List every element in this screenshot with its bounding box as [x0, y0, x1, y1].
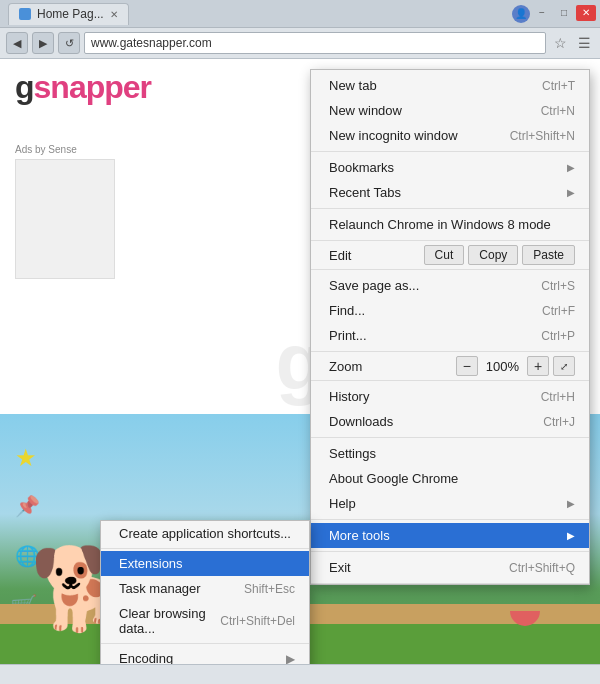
zoom-value: 100%: [478, 359, 527, 374]
menu-section-new: New tab Ctrl+T New window Ctrl+N New inc…: [311, 70, 589, 152]
profile-icon[interactable]: 👤: [512, 5, 530, 23]
menu-item-find-label: Find...: [329, 303, 522, 318]
menu-item-find-shortcut: Ctrl+F: [542, 304, 575, 318]
submenu-item-encoding-label: Encoding: [119, 651, 286, 664]
address-field[interactable]: www.gatesnapper.com: [84, 32, 546, 54]
menu-item-bookmarks-label: Bookmarks: [329, 160, 563, 175]
menu-item-incognito-shortcut: Ctrl+Shift+N: [510, 129, 575, 143]
menu-item-find[interactable]: Find... Ctrl+F: [311, 298, 589, 323]
title-bar: Home Pag... ✕ 👤 − □ ✕: [0, 0, 600, 28]
submenu-separator-2: [101, 643, 309, 644]
zoom-label: Zoom: [329, 359, 456, 374]
menu-section-relaunch: Relaunch Chrome in Windows 8 mode: [311, 209, 589, 241]
submenu-item-encoding[interactable]: Encoding ▶: [101, 646, 309, 664]
menu-item-new-tab-shortcut: Ctrl+T: [542, 79, 575, 93]
more-tools-submenu[interactable]: Create application shortcuts... Extensio…: [100, 520, 310, 664]
zoom-row: Zoom − 100% + ⤢: [311, 352, 589, 381]
refresh-button[interactable]: ↺: [58, 32, 80, 54]
status-bar: [0, 664, 600, 684]
menu-item-exit-label: Exit: [329, 560, 489, 575]
menu-item-help-arrow: ▶: [567, 498, 575, 509]
logo-prefix: g: [15, 69, 34, 105]
submenu-item-task-manager-label: Task manager: [119, 581, 244, 596]
submenu-item-task-manager[interactable]: Task manager Shift+Esc: [101, 576, 309, 601]
cut-button[interactable]: Cut: [424, 245, 465, 265]
submenu-item-clear-browsing-shortcut: Ctrl+Shift+Del: [220, 614, 295, 628]
menu-item-recent-tabs-arrow: ▶: [567, 187, 575, 198]
menu-item-print-shortcut: Ctrl+P: [541, 329, 575, 343]
menu-item-downloads[interactable]: Downloads Ctrl+J: [311, 409, 589, 434]
menu-item-exit-shortcut: Ctrl+Shift+Q: [509, 561, 575, 575]
submenu-item-extensions-label: Extensions: [119, 556, 295, 571]
menu-item-relaunch[interactable]: Relaunch Chrome in Windows 8 mode: [311, 212, 589, 237]
zoom-plus-button[interactable]: +: [527, 356, 549, 376]
menu-item-recent-tabs[interactable]: Recent Tabs ▶: [311, 180, 589, 205]
menu-item-new-window-shortcut: Ctrl+N: [541, 104, 575, 118]
menu-item-help[interactable]: Help ▶: [311, 491, 589, 516]
ad-banner: [15, 159, 115, 279]
address-text: www.gatesnapper.com: [91, 36, 212, 50]
minimize-button[interactable]: −: [532, 5, 552, 21]
menu-item-save-page-shortcut: Ctrl+S: [541, 279, 575, 293]
menu-item-print[interactable]: Print... Ctrl+P: [311, 323, 589, 348]
webpage-background: gsnapper Ads by Sense ★ 📌 🌐 🛒 🐕 g: [0, 59, 600, 664]
submenu-item-clear-browsing[interactable]: Clear browsing data... Ctrl+Shift+Del: [101, 601, 309, 641]
menu-item-bookmarks-arrow: ▶: [567, 162, 575, 173]
title-bar-controls: 👤 − □ ✕: [512, 5, 596, 23]
menu-item-new-tab-label: New tab: [329, 78, 522, 93]
thumbtack-decoration: 📌: [15, 494, 40, 518]
menu-item-history[interactable]: History Ctrl+H: [311, 384, 589, 409]
menu-section-history: History Ctrl+H Downloads Ctrl+J: [311, 381, 589, 438]
tab-close-button[interactable]: ✕: [110, 9, 118, 20]
menu-item-downloads-label: Downloads: [329, 414, 523, 429]
tab-bar: Home Pag... ✕: [4, 3, 133, 25]
menu-item-relaunch-label: Relaunch Chrome in Windows 8 mode: [329, 217, 575, 232]
submenu-item-extensions[interactable]: Extensions: [101, 551, 309, 576]
menu-item-exit[interactable]: Exit Ctrl+Shift+Q: [311, 555, 589, 580]
copy-button[interactable]: Copy: [468, 245, 518, 265]
submenu-separator: [101, 548, 309, 549]
address-bar-row: ◀ ▶ ↺ www.gatesnapper.com ☆ ☰: [0, 28, 600, 59]
chrome-menu-icon[interactable]: ☰: [574, 33, 594, 53]
menu-item-save-page[interactable]: Save page as... Ctrl+S: [311, 273, 589, 298]
menu-item-incognito-label: New incognito window: [329, 128, 490, 143]
menu-item-more-tools-label: More tools: [329, 528, 563, 543]
menu-item-more-tools-arrow: ▶: [567, 530, 575, 541]
maximize-button[interactable]: □: [554, 5, 574, 21]
menu-item-settings-label: Settings: [329, 446, 575, 461]
menu-item-downloads-shortcut: Ctrl+J: [543, 415, 575, 429]
menu-item-save-page-label: Save page as...: [329, 278, 521, 293]
menu-section-more-tools: More tools ▶ Create application shortcut…: [311, 520, 589, 552]
tab-favicon: [19, 8, 31, 20]
star-decoration: ★: [15, 444, 37, 472]
menu-item-bookmarks[interactable]: Bookmarks ▶: [311, 155, 589, 180]
menu-section-settings: Settings About Google Chrome Help ▶: [311, 438, 589, 520]
bookmark-star-icon[interactable]: ☆: [550, 33, 570, 53]
menu-item-history-label: History: [329, 389, 521, 404]
close-button[interactable]: ✕: [576, 5, 596, 21]
chrome-dropdown-menu[interactable]: New tab Ctrl+T New window Ctrl+N New inc…: [310, 69, 590, 585]
submenu-item-task-manager-shortcut: Shift+Esc: [244, 582, 295, 596]
address-icons: ☆ ☰: [550, 33, 594, 53]
menu-item-new-window-label: New window: [329, 103, 521, 118]
menu-section-savefind: Save page as... Ctrl+S Find... Ctrl+F Pr…: [311, 270, 589, 352]
submenu-item-clear-browsing-label: Clear browsing data...: [119, 606, 220, 636]
menu-item-settings[interactable]: Settings: [311, 441, 589, 466]
zoom-fullscreen-button[interactable]: ⤢: [553, 356, 575, 376]
content-area: gsnapper Ads by Sense ★ 📌 🌐 🛒 🐕 g: [0, 59, 600, 664]
edit-row: Edit Cut Copy Paste: [311, 241, 589, 270]
menu-item-help-label: Help: [329, 496, 563, 511]
menu-item-about[interactable]: About Google Chrome: [311, 466, 589, 491]
menu-item-new-tab[interactable]: New tab Ctrl+T: [311, 73, 589, 98]
forward-button[interactable]: ▶: [32, 32, 54, 54]
submenu-item-create-shortcuts[interactable]: Create application shortcuts...: [101, 521, 309, 546]
active-tab[interactable]: Home Pag... ✕: [8, 3, 129, 25]
logo-main: snapper: [34, 69, 151, 105]
zoom-minus-button[interactable]: −: [456, 356, 478, 376]
menu-item-more-tools[interactable]: More tools ▶: [311, 523, 589, 548]
paste-button[interactable]: Paste: [522, 245, 575, 265]
menu-item-new-window[interactable]: New window Ctrl+N: [311, 98, 589, 123]
back-button[interactable]: ◀: [6, 32, 28, 54]
menu-section-exit: Exit Ctrl+Shift+Q: [311, 552, 589, 584]
menu-item-incognito[interactable]: New incognito window Ctrl+Shift+N: [311, 123, 589, 148]
